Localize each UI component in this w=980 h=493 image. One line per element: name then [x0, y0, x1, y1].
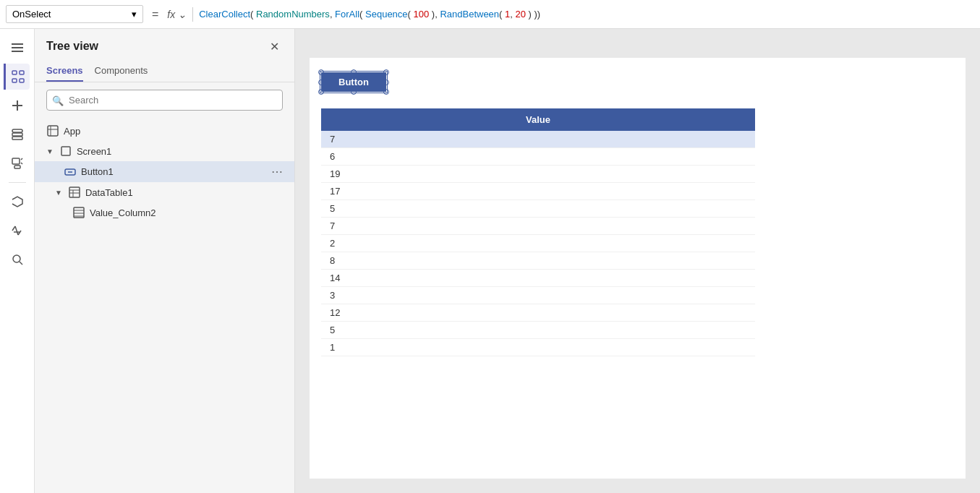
table-row: 7	[321, 131, 755, 148]
screen-icon	[59, 145, 72, 158]
table-cell-value: 5	[321, 322, 755, 339]
svg-rect-13	[14, 166, 20, 168]
svg-line-21	[20, 262, 22, 265]
table-cell-value: 2	[321, 235, 755, 252]
tab-components[interactable]: Components	[95, 61, 148, 82]
svg-rect-1	[12, 47, 23, 48]
table-row: 2	[321, 235, 755, 252]
table-row: 1	[321, 339, 755, 356]
table-cell-value: 8	[321, 252, 755, 270]
icon-bar	[0, 29, 35, 493]
table-cell-value: 6	[321, 148, 755, 166]
main-layout: Tree view ✕ Screens Components 🔍 App ▼	[0, 29, 980, 493]
fx-indicator: fx ⌄	[167, 9, 187, 20]
table-row: 12	[321, 304, 755, 322]
svg-rect-9	[12, 129, 22, 132]
tree-item-button1[interactable]: Button1 ⋯	[35, 161, 294, 182]
button-icon	[64, 166, 77, 179]
table-cell-value: 1	[321, 339, 755, 356]
expand-icon: ⌄	[178, 9, 187, 20]
tree-item-value-column2[interactable]: Value_Column2	[35, 202, 294, 223]
value-column2-label: Value_Column2	[90, 207, 283, 218]
tree-panel-title: Tree view	[46, 40, 98, 53]
tree-item-screen1[interactable]: ▼ Screen1	[35, 141, 294, 161]
table-cell-value: 12	[321, 304, 755, 322]
tools-button[interactable]	[4, 189, 30, 215]
canvas-data-table: Value 76191757281431251	[321, 108, 755, 356]
svg-rect-6	[20, 79, 24, 82]
tree-close-button[interactable]: ✕	[265, 38, 283, 55]
table-row: 19	[321, 166, 755, 183]
formula-bar: OnSelect ▾ = fx ⌄ ClearCollect( RandomNu…	[0, 0, 980, 29]
table-cell-value: 17	[321, 183, 755, 200]
property-dropdown[interactable]: OnSelect ▾	[6, 5, 143, 23]
datatable-collapse-icon: ▼	[55, 189, 62, 197]
svg-point-20	[13, 255, 20, 262]
icon-bar-divider	[9, 182, 26, 183]
svg-line-15	[21, 163, 22, 164]
tab-screens[interactable]: Screens	[46, 61, 83, 82]
tree-view-button[interactable]	[4, 64, 30, 90]
canvas-button-wrapper[interactable]: Button	[321, 72, 386, 92]
data-button[interactable]	[4, 121, 30, 147]
equals-sign: =	[149, 8, 161, 21]
svg-line-17	[15, 226, 18, 235]
datatable-icon	[68, 186, 81, 199]
search-input[interactable]	[46, 90, 283, 111]
tree-tabs: Screens Components	[35, 61, 294, 82]
svg-rect-22	[48, 126, 58, 136]
search-button[interactable]	[4, 246, 30, 273]
variables-button[interactable]	[4, 218, 30, 244]
app-label: App	[64, 126, 283, 137]
table-cell-value: 7	[321, 131, 755, 148]
svg-rect-12	[12, 158, 20, 164]
table-row: 17	[321, 183, 755, 200]
svg-line-14	[21, 158, 22, 160]
table-row: 8	[321, 252, 755, 270]
svg-rect-3	[12, 71, 17, 74]
svg-rect-5	[12, 79, 17, 82]
insert-button[interactable]	[4, 93, 30, 119]
fx-divider	[192, 7, 193, 22]
tree-panel: Tree view ✕ Screens Components 🔍 App ▼	[35, 29, 295, 493]
svg-rect-4	[20, 71, 24, 74]
tree-header: Tree view ✕	[35, 29, 294, 61]
table-row: 7	[321, 218, 755, 235]
table-cell-value: 14	[321, 270, 755, 287]
table-cell-value: 3	[321, 287, 755, 304]
table-row: 3	[321, 287, 755, 304]
hamburger-menu-button[interactable]	[4, 35, 30, 61]
button1-more-button[interactable]: ⋯	[271, 165, 283, 179]
tree-items: App ▼ Screen1 Button1 ⋯ ▼	[35, 118, 294, 493]
fx-label: fx	[167, 9, 175, 20]
tree-item-app[interactable]: App	[35, 121, 294, 141]
artboard: Button Value 76191757281431251	[310, 58, 966, 479]
table-cell-value: 7	[321, 218, 755, 235]
svg-rect-10	[12, 133, 22, 136]
chevron-down-icon: ▾	[132, 9, 137, 20]
datatable1-label: DataTable1	[85, 187, 283, 198]
tree-search-container: 🔍	[46, 90, 283, 111]
table-cell-value: 5	[321, 200, 755, 218]
table-row: 5	[321, 200, 755, 218]
formula-input[interactable]: ClearCollect( RandomNumbers, ForAll( Seq…	[199, 9, 974, 20]
svg-line-18	[18, 231, 21, 235]
table-row: 5	[321, 322, 755, 339]
screen-collapse-icon: ▼	[46, 147, 54, 155]
table-row: 6	[321, 148, 755, 166]
media-button[interactable]	[4, 150, 30, 176]
button1-label: Button1	[81, 166, 267, 177]
svg-line-16	[12, 226, 15, 231]
tree-item-datatable1[interactable]: ▼ DataTable1	[35, 182, 294, 202]
canvas-table-wrapper: Value 76191757281431251	[321, 108, 755, 356]
table-cell-value: 19	[321, 166, 755, 183]
svg-rect-25	[61, 147, 70, 155]
search-icon: 🔍	[52, 95, 64, 106]
app-icon	[46, 124, 59, 137]
svg-rect-8	[12, 105, 22, 106]
svg-rect-11	[12, 137, 22, 140]
column-icon	[72, 206, 85, 219]
table-row: 14	[321, 270, 755, 287]
canvas-button[interactable]: Button	[321, 72, 386, 92]
svg-rect-2	[12, 51, 23, 52]
